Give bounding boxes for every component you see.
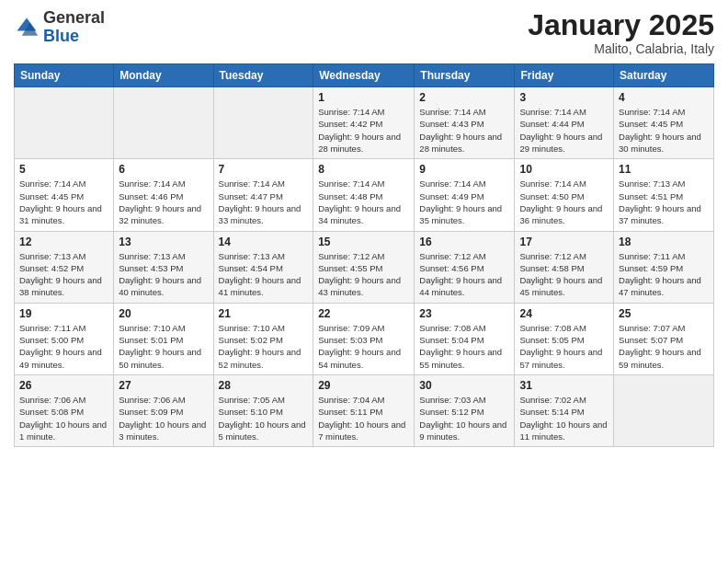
- day-number: 7: [219, 163, 309, 176]
- table-row: 24Sunrise: 7:08 AM Sunset: 5:05 PM Dayli…: [515, 303, 614, 374]
- table-row: 25Sunrise: 7:07 AM Sunset: 5:07 PM Dayli…: [614, 303, 714, 374]
- title-block: January 2025 Malito, Calabria, Italy: [528, 9, 714, 56]
- day-info: Sunrise: 7:14 AM Sunset: 4:45 PM Dayligh…: [619, 106, 709, 155]
- table-row: [614, 374, 714, 446]
- day-info: Sunrise: 7:14 AM Sunset: 4:50 PM Dayligh…: [519, 178, 609, 226]
- day-number: 15: [318, 236, 409, 248]
- day-info: Sunrise: 7:03 AM Sunset: 5:12 PM Dayligh…: [419, 394, 509, 442]
- month-title: January 2025: [528, 9, 714, 41]
- day-info: Sunrise: 7:13 AM Sunset: 4:51 PM Dayligh…: [619, 178, 709, 226]
- table-row: 30Sunrise: 7:03 AM Sunset: 5:12 PM Dayli…: [415, 374, 515, 446]
- day-number: 8: [318, 163, 409, 176]
- day-info: Sunrise: 7:05 AM Sunset: 5:10 PM Dayligh…: [219, 394, 309, 442]
- calendar-week-2: 5Sunrise: 7:14 AM Sunset: 4:45 PM Daylig…: [15, 159, 714, 231]
- table-row: 9Sunrise: 7:14 AM Sunset: 4:49 PM Daylig…: [415, 159, 515, 231]
- day-info: Sunrise: 7:13 AM Sunset: 4:52 PM Dayligh…: [19, 250, 108, 299]
- day-info: Sunrise: 7:06 AM Sunset: 5:09 PM Dayligh…: [119, 394, 208, 442]
- day-number: 14: [219, 236, 309, 248]
- day-number: 25: [619, 307, 709, 320]
- day-number: 28: [219, 379, 309, 392]
- day-info: Sunrise: 7:02 AM Sunset: 5:14 PM Dayligh…: [519, 394, 609, 442]
- day-number: 24: [519, 307, 609, 320]
- day-info: Sunrise: 7:14 AM Sunset: 4:49 PM Dayligh…: [419, 178, 509, 226]
- table-row: 26Sunrise: 7:06 AM Sunset: 5:08 PM Dayli…: [15, 374, 114, 446]
- day-info: Sunrise: 7:14 AM Sunset: 4:43 PM Dayligh…: [419, 106, 509, 155]
- day-number: 13: [119, 236, 208, 248]
- table-row: 13Sunrise: 7:13 AM Sunset: 4:53 PM Dayli…: [114, 231, 213, 303]
- day-info: Sunrise: 7:08 AM Sunset: 5:04 PM Dayligh…: [419, 322, 509, 371]
- day-info: Sunrise: 7:13 AM Sunset: 4:53 PM Dayligh…: [119, 250, 208, 299]
- day-number: 30: [419, 379, 509, 392]
- day-info: Sunrise: 7:12 AM Sunset: 4:58 PM Dayligh…: [519, 250, 609, 299]
- logo-icon: [14, 15, 40, 40]
- col-tuesday: Tuesday: [213, 64, 313, 87]
- day-info: Sunrise: 7:12 AM Sunset: 4:56 PM Dayligh…: [419, 250, 509, 299]
- table-row: 19Sunrise: 7:11 AM Sunset: 5:00 PM Dayli…: [15, 303, 114, 374]
- day-info: Sunrise: 7:14 AM Sunset: 4:47 PM Dayligh…: [219, 178, 309, 226]
- page: General Blue January 2025 Malito, Calabr…: [0, 0, 728, 563]
- logo-text: General Blue: [43, 9, 105, 46]
- col-thursday: Thursday: [415, 64, 515, 87]
- day-info: Sunrise: 7:14 AM Sunset: 4:45 PM Dayligh…: [19, 178, 108, 226]
- day-info: Sunrise: 7:11 AM Sunset: 4:59 PM Dayligh…: [619, 250, 709, 299]
- day-info: Sunrise: 7:10 AM Sunset: 5:01 PM Dayligh…: [119, 322, 208, 371]
- day-number: 17: [519, 236, 609, 248]
- day-number: 12: [19, 236, 108, 248]
- table-row: [114, 87, 213, 159]
- col-sunday: Sunday: [15, 64, 114, 87]
- table-row: 10Sunrise: 7:14 AM Sunset: 4:50 PM Dayli…: [515, 159, 614, 231]
- table-row: 16Sunrise: 7:12 AM Sunset: 4:56 PM Dayli…: [415, 231, 515, 303]
- table-row: 31Sunrise: 7:02 AM Sunset: 5:14 PM Dayli…: [515, 374, 614, 446]
- day-number: 11: [619, 163, 709, 176]
- day-info: Sunrise: 7:08 AM Sunset: 5:05 PM Dayligh…: [519, 322, 609, 371]
- day-info: Sunrise: 7:06 AM Sunset: 5:08 PM Dayligh…: [19, 394, 108, 442]
- day-info: Sunrise: 7:14 AM Sunset: 4:42 PM Dayligh…: [318, 106, 409, 155]
- day-number: 31: [519, 379, 609, 392]
- col-monday: Monday: [114, 64, 213, 87]
- logo: General Blue: [14, 9, 105, 46]
- table-row: 17Sunrise: 7:12 AM Sunset: 4:58 PM Dayli…: [515, 231, 614, 303]
- col-wednesday: Wednesday: [313, 64, 415, 87]
- logo-blue: Blue: [43, 27, 79, 45]
- location-subtitle: Malito, Calabria, Italy: [528, 41, 714, 56]
- table-row: 7Sunrise: 7:14 AM Sunset: 4:47 PM Daylig…: [213, 159, 313, 231]
- day-info: Sunrise: 7:14 AM Sunset: 4:44 PM Dayligh…: [519, 106, 609, 155]
- table-row: 5Sunrise: 7:14 AM Sunset: 4:45 PM Daylig…: [15, 159, 114, 231]
- day-number: 29: [318, 379, 409, 392]
- table-row: 1Sunrise: 7:14 AM Sunset: 4:42 PM Daylig…: [313, 87, 415, 159]
- day-number: 26: [19, 379, 108, 392]
- table-row: 15Sunrise: 7:12 AM Sunset: 4:55 PM Dayli…: [313, 231, 415, 303]
- table-row: 28Sunrise: 7:05 AM Sunset: 5:10 PM Dayli…: [213, 374, 313, 446]
- day-number: 6: [119, 163, 208, 176]
- calendar-header-row: Sunday Monday Tuesday Wednesday Thursday…: [15, 64, 714, 87]
- calendar-week-5: 26Sunrise: 7:06 AM Sunset: 5:08 PM Dayli…: [15, 374, 714, 446]
- day-info: Sunrise: 7:10 AM Sunset: 5:02 PM Dayligh…: [219, 322, 309, 371]
- day-number: 22: [318, 307, 409, 320]
- table-row: 27Sunrise: 7:06 AM Sunset: 5:09 PM Dayli…: [114, 374, 213, 446]
- table-row: 14Sunrise: 7:13 AM Sunset: 4:54 PM Dayli…: [213, 231, 313, 303]
- col-saturday: Saturday: [614, 64, 714, 87]
- table-row: 23Sunrise: 7:08 AM Sunset: 5:04 PM Dayli…: [415, 303, 515, 374]
- day-info: Sunrise: 7:13 AM Sunset: 4:54 PM Dayligh…: [219, 250, 309, 299]
- day-number: 20: [119, 307, 208, 320]
- day-number: 23: [419, 307, 509, 320]
- table-row: 3Sunrise: 7:14 AM Sunset: 4:44 PM Daylig…: [515, 87, 614, 159]
- table-row: 12Sunrise: 7:13 AM Sunset: 4:52 PM Dayli…: [15, 231, 114, 303]
- table-row: 8Sunrise: 7:14 AM Sunset: 4:48 PM Daylig…: [313, 159, 415, 231]
- table-row: 18Sunrise: 7:11 AM Sunset: 4:59 PM Dayli…: [614, 231, 714, 303]
- header: General Blue January 2025 Malito, Calabr…: [14, 9, 714, 56]
- day-info: Sunrise: 7:04 AM Sunset: 5:11 PM Dayligh…: [318, 394, 409, 442]
- calendar-week-1: 1Sunrise: 7:14 AM Sunset: 4:42 PM Daylig…: [15, 87, 714, 159]
- day-number: 4: [619, 91, 709, 104]
- table-row: 6Sunrise: 7:14 AM Sunset: 4:46 PM Daylig…: [114, 159, 213, 231]
- day-number: 27: [119, 379, 208, 392]
- day-info: Sunrise: 7:07 AM Sunset: 5:07 PM Dayligh…: [619, 322, 709, 371]
- table-row: 20Sunrise: 7:10 AM Sunset: 5:01 PM Dayli…: [114, 303, 213, 374]
- day-info: Sunrise: 7:14 AM Sunset: 4:46 PM Dayligh…: [119, 178, 208, 226]
- table-row: [213, 87, 313, 159]
- calendar-week-3: 12Sunrise: 7:13 AM Sunset: 4:52 PM Dayli…: [15, 231, 714, 303]
- table-row: 21Sunrise: 7:10 AM Sunset: 5:02 PM Dayli…: [213, 303, 313, 374]
- day-number: 21: [219, 307, 309, 320]
- day-info: Sunrise: 7:14 AM Sunset: 4:48 PM Dayligh…: [318, 178, 409, 226]
- table-row: 29Sunrise: 7:04 AM Sunset: 5:11 PM Dayli…: [313, 374, 415, 446]
